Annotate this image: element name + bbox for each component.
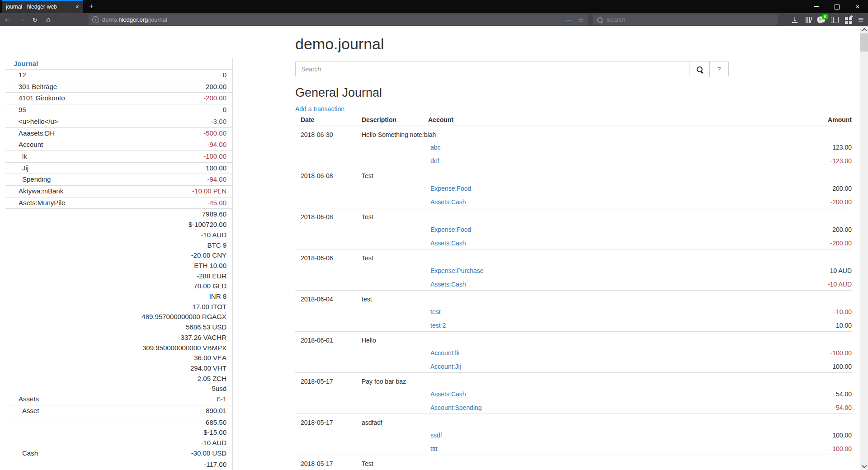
column-header-date: Date: [301, 115, 362, 124]
sidebar-header: Journal: [5, 58, 232, 69]
window-restore-button[interactable]: [827, 0, 848, 13]
transaction-header: 2018-05-17asdfadf: [295, 418, 852, 427]
posting-line: Account:Jij100.00: [295, 362, 852, 371]
url-bar[interactable]: i demo.hledger.org/journal ⋯ ☆: [89, 14, 588, 25]
new-tab-button[interactable]: +: [86, 0, 97, 13]
posting-account-link[interactable]: Expense:Food: [430, 184, 471, 193]
account-link[interactable]: 301 Beiträge: [19, 82, 57, 92]
posting-account-link[interactable]: tttt: [430, 444, 438, 453]
sidebar-icon: [831, 17, 839, 23]
account-link[interactable]: Spending: [22, 174, 51, 185]
apps-grid-button[interactable]: +: [842, 13, 854, 26]
menu-button[interactable]: ≡: [854, 13, 867, 26]
account-balance: -94.00: [207, 174, 226, 185]
transaction-row[interactable]: 2018-05-17Test: [295, 455, 852, 470]
account-link[interactable]: 95: [19, 105, 26, 115]
transaction-row[interactable]: 2018-06-01Hello Account:lk-100.00 Accoun…: [295, 332, 852, 373]
library-button[interactable]: [802, 13, 815, 26]
transaction-row[interactable]: 2018-06-30Hello Something note:blah abc1…: [295, 126, 852, 167]
account-link[interactable]: Account: [19, 140, 43, 150]
page-title: demo.journal: [295, 35, 852, 52]
close-icon: ×: [856, 3, 860, 10]
posting-line: Assets:Cash54.00: [295, 390, 852, 399]
journal-table-header: Date Description Account Amount: [295, 113, 852, 126]
account-link[interactable]: Aaasets:DH: [19, 128, 55, 139]
downloads-button[interactable]: ↓: [788, 13, 801, 26]
posting-account-link[interactable]: Assets:Cash: [430, 197, 466, 207]
posting-line: ssdf100.00: [295, 431, 852, 440]
posting-account-link[interactable]: def: [430, 156, 439, 165]
account-link[interactable]: 4101 Girokonto: [19, 93, 65, 103]
posting-account-link[interactable]: Assets:Cash: [430, 239, 466, 248]
transaction-row[interactable]: 2018-06-08Test Expense:Food200.00 Assets…: [295, 167, 852, 208]
hamburger-icon: ≡: [858, 15, 863, 24]
reload-button[interactable]: ↻: [29, 13, 41, 26]
extension-button[interactable]: 0: [815, 13, 827, 26]
extension-badge: 0: [822, 14, 828, 19]
account-link[interactable]: Cash: [22, 448, 38, 459]
journal-link[interactable]: Journal: [14, 60, 38, 67]
transaction-date: 2018-06-01: [301, 336, 362, 345]
home-button[interactable]: ⌂: [42, 13, 54, 26]
journal-main: demo.journal ? General Journal Add a tra…: [295, 26, 852, 470]
transaction-row[interactable]: 2018-06-06Test Expense:Purchase10 AUD As…: [295, 249, 852, 291]
browser-search-input[interactable]: Search: [593, 14, 778, 25]
sidebar-toggle-button[interactable]: [828, 13, 841, 26]
posting-account-link[interactable]: test: [430, 307, 441, 316]
forward-button[interactable]: →: [15, 13, 27, 26]
scrollbar-down-button[interactable]: [860, 462, 868, 470]
posting-account-link[interactable]: Account:Jij: [430, 362, 461, 371]
window-minimize-button[interactable]: [806, 0, 826, 13]
posting-amount: -10.00: [834, 307, 852, 316]
posting-account-link[interactable]: Assets:Cash: [430, 390, 466, 399]
search-submit-button[interactable]: [689, 61, 710, 77]
back-button[interactable]: ←: [2, 13, 14, 26]
account-link[interactable]: Asets:MunyPile: [19, 198, 65, 208]
posting-line: Assets:Cash-200.00: [295, 197, 852, 207]
posting-account-link[interactable]: Account:lk: [430, 348, 460, 357]
account-link[interactable]: 12: [19, 70, 26, 80]
posting-line: Account:lk-100.00: [295, 348, 852, 357]
posting-account-link[interactable]: test 2: [430, 321, 446, 330]
site-info-icon[interactable]: i: [92, 16, 99, 23]
account-row: 4101 Girokonto-200.00: [5, 92, 232, 104]
account-link[interactable]: Aktywa:mBank: [19, 186, 63, 197]
window-close-button[interactable]: ×: [847, 0, 868, 13]
transaction-row[interactable]: 2018-06-04test test-10.00 test 210.00: [295, 291, 852, 332]
transaction-row[interactable]: 2018-06-08Test Expense:Food200.00 Assets…: [295, 208, 852, 249]
account-row: Assets7989.60 $-100720.00 -10 AUD BTC 9 …: [5, 208, 232, 404]
account-link[interactable]: Assets: [19, 394, 39, 404]
transaction-row[interactable]: 2018-05-17asdfadf ssdf100.00 tttt-100.00: [295, 414, 852, 455]
page-scrollbar[interactable]: [860, 26, 868, 470]
urlbar-actions: ⋯ ☆: [566, 16, 584, 24]
browser-titlebar: journal - hledger-web × + ×: [0, 0, 868, 13]
bookmark-star-icon[interactable]: ☆: [578, 16, 584, 24]
scrollbar-thumb[interactable]: [860, 33, 868, 52]
account-balance: -3.00: [211, 117, 226, 127]
transaction-header: 2018-06-08Test: [295, 212, 852, 221]
account-link[interactable]: Jij: [22, 163, 28, 174]
tab-close-icon[interactable]: ×: [75, 4, 79, 10]
posting-account-link[interactable]: Assets:Cash: [430, 280, 466, 289]
posting-account-link[interactable]: abc: [430, 143, 441, 152]
posting-account-link[interactable]: Expense:Food: [430, 225, 471, 234]
posting-account-link[interactable]: Account:Spending: [430, 403, 482, 412]
scrollbar-up-button[interactable]: [860, 26, 868, 33]
home-icon: ⌂: [46, 15, 51, 24]
page-actions-icon[interactable]: ⋯: [566, 16, 573, 24]
account-balance: 0: [223, 105, 226, 115]
account-link[interactable]: Asset: [22, 406, 39, 416]
transaction-description: Test: [362, 459, 852, 468]
search-help-button[interactable]: ?: [710, 61, 729, 77]
account-link[interactable]: <u>hello</u>: [19, 117, 58, 127]
search-input[interactable]: [295, 61, 689, 77]
add-transaction-link[interactable]: Add a transaction: [295, 104, 344, 113]
posting-account-link[interactable]: Expense:Purchase: [430, 266, 484, 275]
account-balance: -117.00: [204, 460, 226, 470]
posting-line: Assets:Cash-200.00: [295, 239, 852, 248]
browser-tab[interactable]: journal - hledger-web ×: [2, 0, 83, 13]
posting-account-link[interactable]: ssdf: [430, 431, 442, 440]
account-row: Jij100.00: [5, 162, 232, 174]
account-link[interactable]: lk: [22, 151, 27, 162]
transaction-row[interactable]: 2018-05-17Pay foo bar baz Assets:Cash54.…: [295, 373, 852, 414]
